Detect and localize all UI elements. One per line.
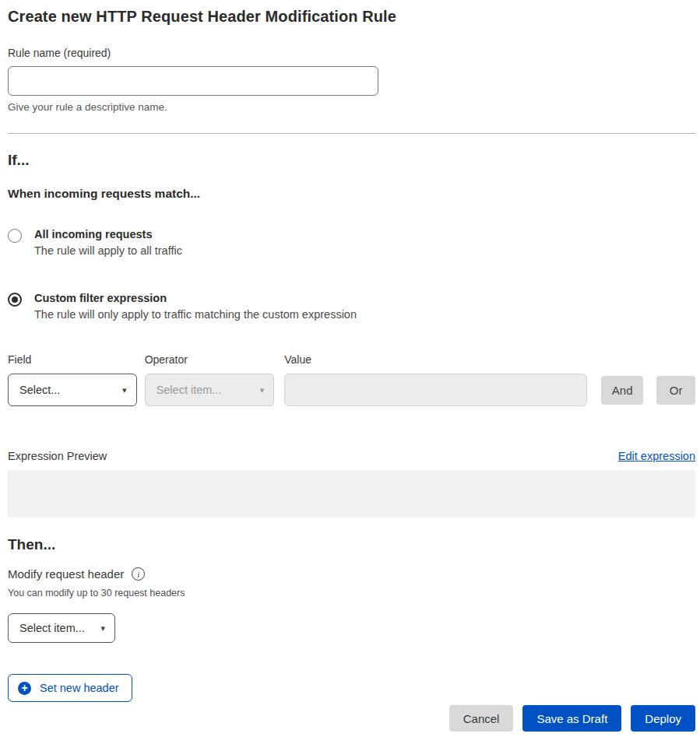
expression-builder-row: Field Select... ▾ Operator Select item..… (8, 353, 695, 406)
cancel-button[interactable]: Cancel (449, 705, 514, 732)
modify-request-header-label: Modify request header (8, 567, 124, 581)
header-item-select[interactable]: Select item... ▾ (8, 613, 115, 643)
plus-icon: + (18, 682, 31, 695)
and-button[interactable]: And (601, 376, 643, 405)
modify-header-helper: You can modify up to 30 request headers (8, 588, 695, 598)
create-rule-form: Create new HTTP Request Header Modificat… (0, 0, 700, 732)
radio-option-text: All incoming requests The rule will appl… (34, 228, 182, 257)
info-icon[interactable]: i (132, 567, 145, 581)
save-as-draft-button[interactable]: Save as Draft (522, 705, 621, 732)
chevron-down-icon: ▾ (100, 623, 105, 633)
expression-preview-box (8, 470, 695, 518)
radio-option-text: Custom filter expression The rule will o… (34, 292, 357, 321)
value-label: Value (284, 353, 587, 366)
radio-option-all-incoming[interactable]: All incoming requests The rule will appl… (8, 228, 695, 257)
operator-select-value: Select item... (157, 384, 222, 396)
field-select[interactable]: Select... ▾ (8, 374, 137, 406)
chevron-down-icon: ▾ (260, 385, 265, 395)
operator-column: Operator Select item... ▾ (145, 353, 275, 406)
operator-label: Operator (145, 353, 275, 366)
if-heading: If... (8, 152, 695, 169)
chevron-down-icon: ▾ (122, 385, 127, 395)
rule-name-label: Rule name (required) (8, 47, 695, 59)
footer-actions: Cancel Save as Draft Deploy (8, 705, 695, 732)
field-label: Field (8, 353, 137, 366)
header-item-select-value: Select item... (19, 622, 85, 634)
rule-name-helper: Give your rule a descriptive name. (8, 101, 695, 113)
radio-option-custom-filter[interactable]: Custom filter expression The rule will o… (8, 292, 695, 321)
modify-header-row: Modify request header i (8, 567, 695, 581)
expression-preview-label: Expression Preview (8, 450, 107, 462)
value-input[interactable] (284, 374, 587, 406)
set-new-header-label: Set new header (40, 682, 119, 694)
radio-option-description: The rule will apply to all traffic (34, 244, 182, 257)
edit-expression-link[interactable]: Edit expression (618, 450, 695, 462)
section-divider (8, 133, 695, 134)
radio-button-selected[interactable] (8, 293, 22, 307)
value-column: Value (284, 353, 587, 406)
match-subheading: When incoming requests match... (8, 187, 695, 201)
field-select-value: Select... (19, 384, 60, 396)
radio-option-description: The rule will only apply to traffic matc… (34, 308, 357, 321)
or-button[interactable]: Or (656, 376, 695, 405)
field-column: Field Select... ▾ (8, 353, 137, 406)
radio-button-unselected[interactable] (8, 229, 22, 243)
deploy-button[interactable]: Deploy (631, 705, 695, 732)
radio-option-label[interactable]: All incoming requests (34, 228, 182, 240)
page-title: Create new HTTP Request Header Modificat… (8, 8, 695, 26)
operator-select[interactable]: Select item... ▾ (145, 374, 275, 406)
then-heading: Then... (8, 536, 695, 553)
radio-option-label[interactable]: Custom filter expression (34, 292, 357, 304)
expression-preview-header: Expression Preview Edit expression (8, 450, 695, 462)
set-new-header-button[interactable]: + Set new header (8, 674, 132, 702)
rule-name-input[interactable] (8, 66, 378, 96)
